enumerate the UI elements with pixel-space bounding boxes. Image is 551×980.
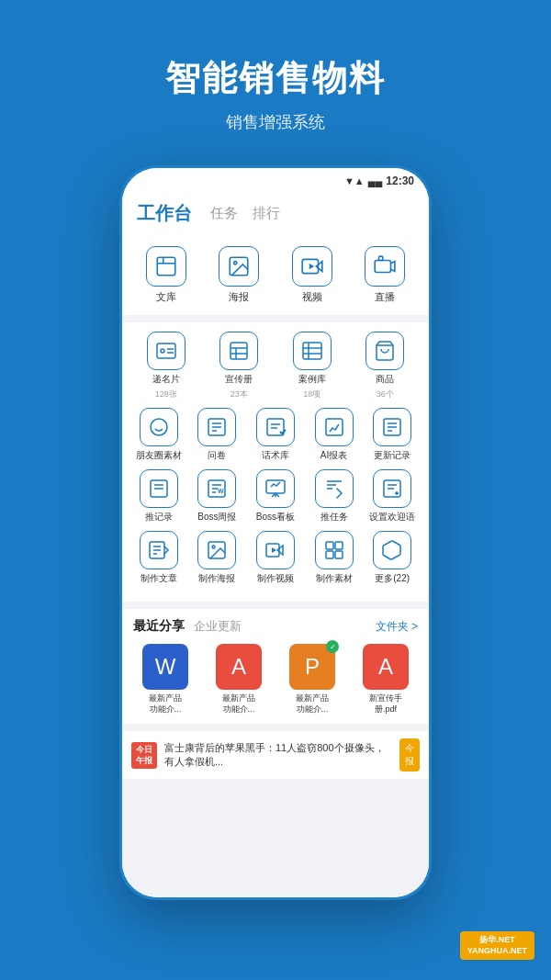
status-bar: ▼▲ ▄▄ 12:30 bbox=[122, 168, 429, 194]
file-icon-pdf1: A bbox=[216, 644, 262, 690]
grid-aireport[interactable]: AI报表 bbox=[305, 408, 364, 462]
welcome-label: 设置欢迎语 bbox=[369, 511, 415, 524]
scripts-icon bbox=[256, 408, 295, 446]
grid-brochure[interactable]: 宣传册 23本 bbox=[203, 332, 276, 400]
top-section: 智能销售物料 销售增强系统 bbox=[0, 0, 551, 161]
svg-point-4 bbox=[234, 262, 237, 265]
grid-moments[interactable]: 朋友圈素材 bbox=[129, 408, 188, 462]
svg-rect-18 bbox=[303, 343, 321, 359]
grid-row-4: 制作文章 制作海报 制作视频 bbox=[129, 531, 422, 585]
welcome-icon bbox=[373, 469, 411, 508]
brochure-sub: 23本 bbox=[231, 389, 248, 400]
makevideo-label: 制作视频 bbox=[257, 572, 294, 585]
makevideo-icon bbox=[256, 531, 295, 569]
poster-label: 海报 bbox=[229, 290, 249, 304]
goods-label: 商品 bbox=[376, 373, 394, 386]
svg-rect-0 bbox=[157, 257, 175, 276]
file-icon-ppt: P ✓ bbox=[289, 644, 335, 690]
grid-makearticle[interactable]: 制作文章 bbox=[129, 531, 188, 585]
casebook-icon bbox=[293, 332, 332, 370]
file-name-0: 最新产品功能介... bbox=[149, 693, 182, 715]
nav-rank[interactable]: 排行 bbox=[253, 205, 280, 222]
svg-marker-55 bbox=[277, 546, 283, 555]
grid-pushtask[interactable]: 推任务 bbox=[305, 469, 364, 524]
quick-icon-library[interactable]: 文库 bbox=[129, 246, 203, 304]
grid-row-1: 递名片 128张 宣传册 23本 bbox=[129, 332, 422, 400]
grid-welcome[interactable]: 设置欢迎语 bbox=[363, 469, 422, 524]
makeposter-label: 制作海报 bbox=[198, 572, 235, 585]
bossboard-label: Boss看板 bbox=[256, 511, 295, 524]
grid-makevideo[interactable]: 制作视频 bbox=[246, 531, 305, 585]
file-item-word[interactable]: W 最新产品功能介... bbox=[133, 644, 197, 715]
svg-rect-60 bbox=[335, 551, 343, 558]
file-icon-word: W bbox=[142, 644, 188, 690]
grid-bossweekly[interactable]: W Boss周报 bbox=[188, 469, 247, 524]
grid-casebook[interactable]: 案例库 18项 bbox=[276, 332, 349, 400]
grid-bossboard[interactable]: Boss看板 bbox=[246, 469, 305, 524]
goods-icon bbox=[365, 332, 404, 370]
time-display: 12:30 bbox=[386, 175, 414, 187]
svg-rect-8 bbox=[375, 261, 390, 273]
video-label: 视频 bbox=[302, 290, 322, 304]
grid-more[interactable]: 更多(22) bbox=[363, 531, 422, 585]
recent-header: 最近分享 企业更新 文件夹 > bbox=[133, 618, 418, 635]
file-item-ppt[interactable]: P ✓ 最新产品功能介... bbox=[280, 644, 344, 715]
recent-files: W 最新产品功能介... A 最新产品功能介... P bbox=[133, 644, 418, 715]
casebook-sub: 18项 bbox=[303, 389, 320, 400]
grid-row-3: 推记录 W Boss周报 Boss看板 bbox=[129, 469, 422, 524]
wifi-icon: ▼▲ bbox=[344, 175, 365, 186]
svg-marker-56 bbox=[272, 547, 276, 553]
casebook-label: 案例库 bbox=[298, 373, 326, 386]
grid-pushlog[interactable]: 推记录 bbox=[129, 469, 188, 524]
svg-rect-33 bbox=[326, 419, 343, 435]
scripts-label: 话术库 bbox=[262, 449, 289, 462]
news-next[interactable]: 今 报 bbox=[399, 738, 420, 772]
phone-mockup: ▼▲ ▄▄ 12:30 工作台 任务 排行 bbox=[119, 165, 432, 900]
namecard-icon bbox=[147, 332, 186, 370]
updatelog-icon bbox=[373, 408, 411, 446]
file-item-pdf1[interactable]: A 最新产品功能介... bbox=[207, 644, 271, 715]
svg-point-11 bbox=[161, 349, 164, 353]
bossweekly-icon: W bbox=[197, 469, 236, 508]
quick-icon-live[interactable]: 直播 bbox=[349, 246, 422, 304]
makearticle-label: 制作文章 bbox=[141, 572, 177, 585]
signal-icon: ▄▄ bbox=[368, 175, 383, 186]
svg-text:W: W bbox=[218, 488, 224, 494]
pushlog-label: 推记录 bbox=[145, 511, 173, 524]
app-header-nav: 任务 排行 bbox=[210, 205, 280, 222]
recent-link[interactable]: 文件夹 > bbox=[376, 619, 418, 635]
file-icon-pdf2: A bbox=[363, 644, 409, 690]
grid-goods[interactable]: 商品 36个 bbox=[349, 332, 422, 400]
pushlog-icon bbox=[140, 469, 178, 508]
quick-icons-row: 文库 海报 视频 bbox=[122, 235, 429, 315]
svg-point-23 bbox=[151, 419, 167, 435]
news-section[interactable]: 今日 午报 富士康背后的苹果黑手：11人盗窃800个摄像头，有人拿假机... 今… bbox=[122, 731, 429, 779]
app-header: 工作台 任务 排行 bbox=[122, 194, 429, 235]
library-label: 文库 bbox=[156, 290, 176, 304]
quick-icon-video[interactable]: 视频 bbox=[276, 246, 349, 304]
watermark: 扬华.NETYANGHUA.NET bbox=[460, 931, 534, 960]
moments-icon bbox=[140, 408, 178, 446]
grid-makeposter[interactable]: 制作海报 bbox=[188, 531, 247, 585]
library-icon-box bbox=[146, 246, 186, 287]
svg-rect-43 bbox=[266, 480, 285, 493]
grid-scripts[interactable]: 话术库 bbox=[246, 408, 305, 462]
bossweekly-label: Boss周报 bbox=[197, 511, 236, 524]
recent-tab[interactable]: 企业更新 bbox=[194, 618, 242, 635]
recent-title: 最近分享 bbox=[133, 618, 185, 635]
makeposter-icon bbox=[197, 531, 236, 569]
grid-makematerial[interactable]: 制作素材 bbox=[305, 531, 364, 585]
grid-row-2: 朋友圈素材 问卷 话术库 bbox=[129, 408, 422, 462]
grid-questionnaire[interactable]: 问卷 bbox=[188, 408, 247, 462]
grid-namecard[interactable]: 递名片 128张 bbox=[129, 332, 203, 400]
questionnaire-icon bbox=[197, 408, 236, 446]
file-item-pdf2[interactable]: A 新宣传手册.pdf bbox=[354, 644, 418, 715]
file-name-3: 新宣传手册.pdf bbox=[369, 693, 402, 715]
live-icon-box bbox=[365, 246, 405, 287]
svg-rect-10 bbox=[157, 344, 175, 358]
quick-icon-poster[interactable]: 海报 bbox=[203, 246, 276, 304]
aireport-icon bbox=[315, 408, 354, 446]
more-label: 更多(22) bbox=[375, 572, 410, 585]
grid-updatelog[interactable]: 更新记录 bbox=[363, 408, 422, 462]
nav-task[interactable]: 任务 bbox=[210, 205, 238, 222]
